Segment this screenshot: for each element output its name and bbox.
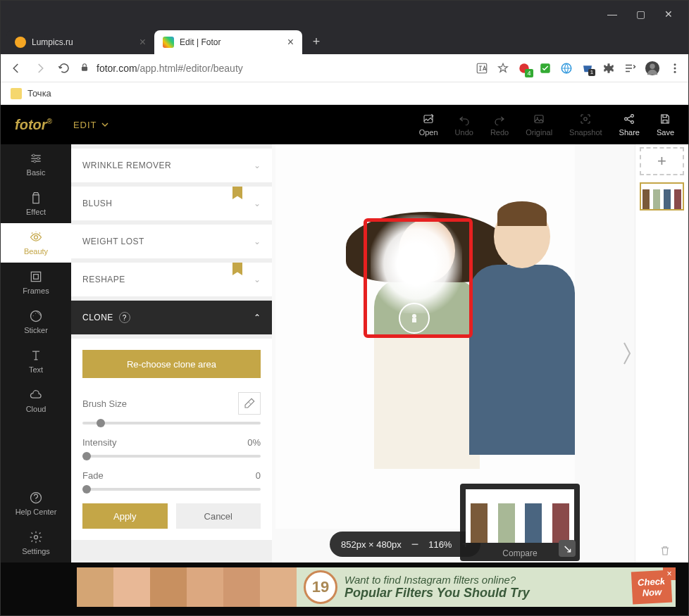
close-icon[interactable]: × [287, 36, 294, 49]
extension-icon[interactable]: 1 [581, 62, 594, 75]
close-button[interactable]: ✕ [654, 1, 683, 27]
bookmark-item[interactable]: Точка [27, 88, 51, 99]
redo-button[interactable]: Redo [490, 113, 509, 137]
image-thumbnail[interactable] [640, 182, 684, 210]
svg-rect-11 [535, 115, 543, 123]
browser-tab[interactable]: Lumpics.ru × [6, 30, 154, 54]
address-bar[interactable]: fotor.com /app.html#/editor/beauty [80, 63, 468, 74]
chevron-down-icon [101, 121, 108, 128]
extensions-icon[interactable] [602, 62, 615, 75]
add-image-button[interactable]: + [640, 147, 684, 175]
trash-icon[interactable] [659, 544, 671, 557]
panel-item-wrinkle[interactable]: WRINKLE REMOVER⌄ [71, 149, 272, 182]
zoom-out-button[interactable]: − [411, 537, 419, 552]
svg-point-14 [625, 118, 628, 120]
back-button[interactable] [8, 60, 25, 77]
clone-controls: Re-choose clone area Brush Size Intensit… [71, 339, 272, 540]
rechoose-button[interactable]: Re-choose clone area [82, 350, 261, 378]
ad-banner[interactable]: 19 Want to find Instagram filters online… [77, 567, 676, 607]
brush-size-slider[interactable] [82, 422, 261, 425]
chevron-down-icon: ⌄ [254, 237, 261, 246]
save-button[interactable]: Save [657, 113, 674, 137]
bookmarks-bar: Точка [1, 82, 688, 105]
mode-dropdown[interactable]: EDIT [73, 120, 108, 130]
extension-icon[interactable] [560, 62, 573, 75]
avatar[interactable] [645, 61, 660, 76]
sidebar-item-beauty[interactable]: Beauty [1, 223, 71, 263]
sidebar-item-cloud[interactable]: Cloud [1, 381, 71, 420]
menu-icon[interactable] [669, 62, 681, 75]
svg-point-6 [650, 63, 654, 68]
folder-icon [11, 88, 22, 99]
panel-item-weight[interactable]: WEIGHT LOST⌄ [71, 225, 272, 258]
svg-point-9 [674, 70, 676, 73]
fade-label: Fade [82, 470, 104, 481]
ad-headline: Want to find Instagram filters online? [344, 574, 632, 586]
apply-button[interactable]: Apply [82, 503, 168, 529]
svg-point-19 [34, 161, 36, 163]
star-icon[interactable] [497, 62, 509, 75]
eraser-button[interactable] [238, 392, 261, 415]
image-dimensions: 852px × 480px [341, 539, 402, 550]
reload-button[interactable] [56, 60, 73, 77]
sidebar-item-effect[interactable]: Effect [1, 184, 71, 223]
sidebar-item-text[interactable]: Text [1, 341, 71, 381]
window-titlebar: — ▢ ✕ [1, 1, 688, 27]
sidebar-item-help[interactable]: Help Center [1, 484, 71, 523]
svg-point-23 [31, 311, 42, 322]
svg-point-13 [584, 118, 588, 121]
tab-title: Edit | Fotor [180, 37, 221, 47]
ad-close-button[interactable]: × [663, 567, 676, 580]
translate-icon[interactable] [476, 62, 488, 75]
maximize-button[interactable]: ▢ [626, 1, 654, 27]
snapshot-button[interactable]: Snapshot [569, 113, 602, 137]
svg-point-26 [412, 314, 416, 318]
svg-point-18 [37, 157, 39, 159]
fade-slider[interactable] [82, 488, 261, 491]
share-button[interactable]: Share [619, 113, 640, 137]
fotor-logo[interactable]: fotor® [15, 117, 52, 133]
open-button[interactable]: Open [419, 113, 438, 137]
close-icon[interactable]: × [139, 36, 146, 49]
fade-value: 0 [256, 470, 261, 481]
edited-image[interactable] [275, 144, 575, 529]
media-icon[interactable] [623, 62, 636, 75]
intensity-slider[interactable] [82, 455, 261, 458]
sidebar-item-frames[interactable]: Frames [1, 263, 71, 302]
browser-tab[interactable]: Edit | Fotor × [154, 30, 302, 54]
undo-button[interactable]: Undo [455, 113, 473, 137]
cancel-button[interactable]: Cancel [176, 503, 261, 529]
expand-icon[interactable]: ↘ [559, 540, 576, 557]
compare-panel[interactable]: Compare ↘ [460, 484, 580, 561]
sidebar-item-sticker[interactable]: Sticker [1, 302, 71, 341]
canvas-area: 852px × 480px − 116% + Compare ↘ [272, 144, 635, 562]
ad-badge: 19 [304, 570, 337, 604]
panel-item-blush[interactable]: BLUSH⌄ [71, 187, 272, 220]
chevron-down-icon: ⌄ [254, 275, 261, 284]
url-domain: fotor.com [97, 63, 137, 74]
svg-point-8 [674, 67, 676, 69]
extension-icon[interactable] [539, 62, 552, 75]
right-sidebar: + [635, 144, 688, 562]
minimize-button[interactable]: — [598, 1, 626, 27]
tab-title: Lumpics.ru [32, 37, 73, 47]
chevron-right-icon[interactable] [622, 339, 632, 367]
new-tab-button[interactable]: + [306, 32, 326, 51]
sidebar-item-basic[interactable]: Basic [1, 144, 71, 184]
svg-point-7 [674, 63, 676, 65]
svg-rect-0 [82, 66, 87, 70]
intensity-label: Intensity [82, 437, 116, 448]
zoom-bar: 852px × 480px − 116% + [330, 532, 480, 557]
svg-rect-22 [34, 275, 39, 279]
original-button[interactable]: Original [526, 113, 552, 137]
svg-point-17 [32, 154, 35, 156]
panel-item-clone[interactable]: CLONE?⌃ [71, 301, 272, 334]
chevron-up-icon: ⌃ [254, 313, 261, 322]
url-path: /app.html#/editor/beauty [137, 63, 243, 74]
panel-item-reshape[interactable]: RESHAPE⌄ [71, 263, 272, 296]
extension-icon[interactable]: 4 [518, 62, 530, 75]
help-icon[interactable]: ? [119, 312, 130, 323]
svg-point-16 [631, 121, 634, 124]
sidebar-item-settings[interactable]: Settings [1, 523, 71, 562]
forward-button[interactable] [32, 60, 49, 77]
